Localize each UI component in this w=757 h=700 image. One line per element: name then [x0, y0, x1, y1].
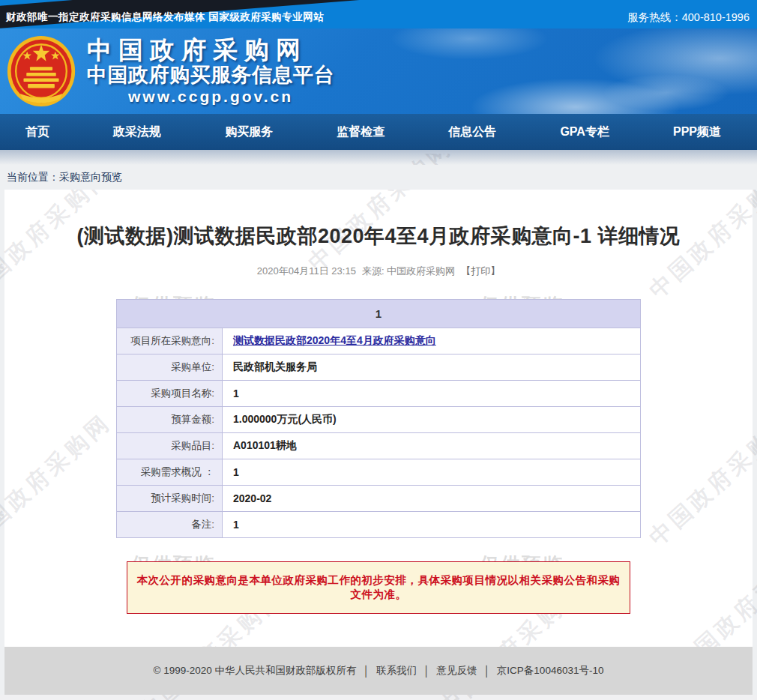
row-value: 1	[223, 459, 641, 486]
row-value: 1.000000万元(人民币)	[223, 407, 641, 433]
table-row: 项目所在采购意向: 测试数据民政部2020年4至4月政府采购意向	[117, 328, 641, 354]
breadcrumb: 当前位置： 采购意向预览	[0, 165, 757, 190]
row-value: 1	[223, 512, 641, 538]
footer-separator: │	[483, 666, 489, 677]
article-source: 来源: 中国政府采购网	[362, 265, 455, 277]
top-bar: 财政部唯一指定政府采购信息网络发布媒体 国家级政府采购专业网站 服务热线：400…	[0, 0, 757, 28]
row-label: 备注:	[117, 512, 223, 538]
table-row: 采购单位: 民政部机关服务局	[117, 354, 641, 381]
footer-separator: │	[423, 666, 429, 677]
footer-link-contact[interactable]: 联系我们	[376, 664, 417, 678]
nav-item-announcements[interactable]: 信息公告	[448, 124, 496, 140]
nav-item-ppp[interactable]: PPP频道	[673, 124, 721, 140]
row-label: 项目所在采购意向:	[117, 328, 223, 354]
table-row: 预计采购时间: 2020-02	[117, 486, 641, 512]
row-label: 采购品目:	[117, 433, 223, 459]
table-section-header: 1	[117, 300, 641, 328]
table-section-header-row: 1	[117, 300, 641, 328]
site-logo[interactable]: 中国政府采购网 中国政府购买服务信息平台 www.ccgp.gov.cn	[0, 28, 757, 108]
table-row: 预算金额: 1.000000万元(人民币)	[117, 407, 641, 433]
footer-separator: │	[364, 666, 370, 677]
row-value: 2020-02	[223, 486, 641, 512]
site-url: www.ccgp.gov.cn	[87, 87, 334, 106]
nav-item-gpa[interactable]: GPA专栏	[560, 124, 609, 140]
row-value: 民政部机关服务局	[223, 354, 641, 381]
site-subtitle: 中国政府购买服务信息平台	[87, 64, 334, 87]
table-row: 采购项目名称: 1	[117, 381, 641, 407]
row-label: 预算金额:	[117, 407, 223, 433]
footer-copyright: © 1999-2020 中华人民共和国财政部版权所有	[154, 664, 357, 678]
footer-icp: 京ICP备10046031号-10	[497, 664, 604, 678]
page-footer: © 1999-2020 中华人民共和国财政部版权所有 │ 联系我们 │ 意见反馈…	[4, 647, 753, 695]
intention-link[interactable]: 测试数据民政部2020年4至4月政府采购意向	[233, 334, 436, 346]
main-nav: 首页 政采法规 购买服务 监督检查 信息公告 GPA专栏 PPP频道	[0, 114, 757, 150]
site-slogan: 财政部唯一指定政府采购信息网络发布媒体 国家级政府采购专业网站	[6, 10, 324, 24]
article-datetime: 2020年04月11日 23:15	[257, 265, 356, 277]
footer-link-feedback[interactable]: 意见反馈	[436, 664, 477, 678]
nav-item-regulations[interactable]: 政采法规	[113, 124, 161, 140]
row-label: 采购项目名称:	[117, 381, 223, 407]
row-label: 采购需求概况 ：	[117, 459, 223, 486]
notice-text: 本次公开的采购意向是本单位政府采购工作的初步安排，具体采购项目情况以相关采购公告…	[137, 574, 621, 600]
intention-detail-table: 1 项目所在采购意向: 测试数据民政部2020年4至4月政府采购意向 采购单位:…	[116, 299, 641, 538]
table-row: 备注: 1	[117, 512, 641, 538]
nav-item-home[interactable]: 首页	[25, 124, 49, 140]
site-header: 中国政府采购网 中国政府购买服务信息平台 www.ccgp.gov.cn	[0, 28, 757, 114]
row-value: 1	[223, 381, 641, 407]
service-hotline: 服务热线：400-810-1996	[627, 10, 750, 25]
notice-box: 本次公开的采购意向是本单位政府采购工作的初步安排，具体采购项目情况以相关采购公告…	[127, 561, 630, 614]
table-row: 采购需求概况 ： 1	[117, 459, 641, 486]
site-title: 中国政府采购网	[87, 37, 334, 64]
nav-fade-strip	[0, 150, 757, 165]
page-title: (测试数据)测试数据民政部2020年4至4月政府采购意向-1 详细情况	[4, 190, 753, 250]
nav-item-supervision[interactable]: 监督检查	[337, 124, 384, 140]
article-meta: 2020年04月11日 23:15来源: 中国政府采购网【打印】	[4, 265, 753, 278]
row-label: 采购单位:	[117, 354, 223, 381]
breadcrumb-current: 采购意向预览	[59, 171, 122, 184]
table-row: 采购品目: A010101耕地	[117, 433, 641, 459]
row-value: A010101耕地	[223, 433, 641, 459]
national-emblem-icon	[6, 34, 76, 108]
print-button[interactable]: 【打印】	[461, 265, 500, 277]
bottom-strip	[0, 695, 757, 700]
nav-item-purchase-services[interactable]: 购买服务	[225, 124, 273, 140]
content-panel: (测试数据)测试数据民政部2020年4至4月政府采购意向-1 详细情况 2020…	[4, 190, 753, 647]
row-label: 预计采购时间:	[117, 486, 223, 512]
breadcrumb-label: 当前位置：	[7, 171, 59, 184]
